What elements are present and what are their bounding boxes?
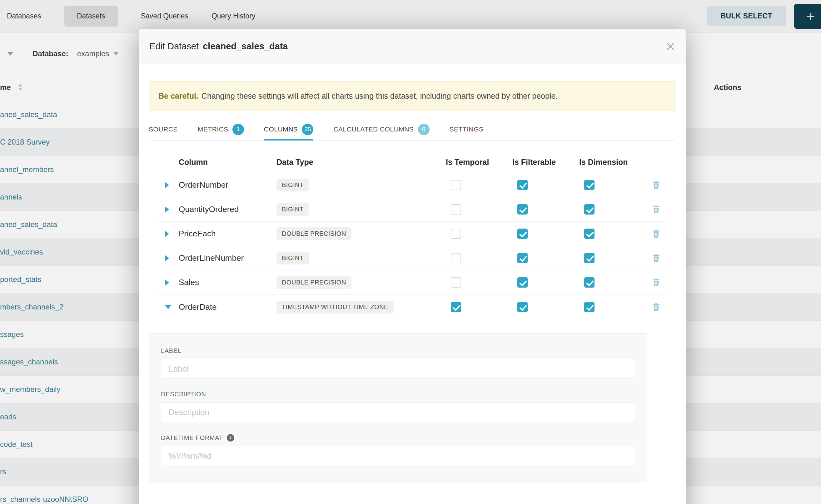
is-temporal-checkbox[interactable] xyxy=(451,204,461,215)
columns-table-header: Column Data Type Is Temporal Is Filterab… xyxy=(159,152,667,173)
header-data-type: Data Type xyxy=(276,158,446,167)
data-type-cell: BIGINT xyxy=(276,252,446,264)
is-filterable-checkbox-cell xyxy=(512,277,579,288)
delete-icon[interactable] xyxy=(651,302,661,312)
tab-metrics[interactable]: METRICS1 xyxy=(198,119,244,141)
is-dimension-checkbox-cell xyxy=(579,204,645,215)
column-name: OrderLineNumber xyxy=(179,253,276,263)
delete-icon[interactable] xyxy=(651,205,661,214)
description-input[interactable] xyxy=(161,402,635,422)
is-temporal-checkbox-cell xyxy=(446,204,512,215)
is-dimension-checkbox-cell xyxy=(579,229,645,239)
label-input[interactable] xyxy=(161,359,635,379)
is-temporal-checkbox[interactable] xyxy=(451,253,461,263)
warning-banner-bold: Be careful. xyxy=(158,91,198,101)
datetime-format-field-label: DATETIME FORMAT xyxy=(161,434,635,442)
delete-icon[interactable] xyxy=(651,253,661,263)
expand-toggle[interactable] xyxy=(165,231,179,237)
caret-right-icon xyxy=(165,182,169,188)
data-type-pill: BIGINT xyxy=(276,203,309,216)
data-type-pill: TIMESTAMP WITHOUT TIME ZONE xyxy=(276,301,393,314)
is-temporal-checkbox[interactable] xyxy=(451,180,461,190)
is-dimension-checkbox[interactable] xyxy=(584,229,595,239)
is-dimension-checkbox[interactable] xyxy=(584,277,595,288)
is-filterable-checkbox-cell xyxy=(512,302,579,312)
info-icon[interactable] xyxy=(227,434,234,442)
description-field: DESCRIPTION xyxy=(161,391,635,422)
is-filterable-checkbox[interactable] xyxy=(517,253,528,263)
expand-toggle[interactable] xyxy=(165,279,179,286)
tab-count-badge: 1 xyxy=(232,124,244,135)
is-filterable-checkbox-cell xyxy=(512,253,579,263)
is-dimension-checkbox[interactable] xyxy=(584,204,595,215)
warning-banner: Be careful. Changing these settings will… xyxy=(149,81,676,111)
column-row: OrderLineNumberBIGINT xyxy=(159,246,667,270)
delete-cell xyxy=(645,253,667,263)
label-field: LABEL xyxy=(161,347,635,379)
tab-source[interactable]: SOURCE xyxy=(149,119,178,141)
tab-settings[interactable]: SETTINGS xyxy=(450,119,484,141)
tab-columns[interactable]: COLUMNS25 xyxy=(264,119,314,141)
tab-calculated-columns[interactable]: CALCULATED COLUMNS0 xyxy=(333,119,429,141)
tab-label: METRICS xyxy=(198,126,228,133)
column-row: OrderDateTIMESTAMP WITHOUT TIME ZONE xyxy=(159,295,667,319)
is-filterable-checkbox-cell xyxy=(512,180,579,190)
data-type-cell: TIMESTAMP WITHOUT TIME ZONE xyxy=(276,301,446,314)
tab-count-badge: 0 xyxy=(418,124,430,135)
datetime-format-input[interactable] xyxy=(161,446,635,466)
close-icon[interactable] xyxy=(665,42,675,52)
caret-right-icon xyxy=(165,231,169,237)
tab-count-badge: 25 xyxy=(302,124,313,135)
delete-icon[interactable] xyxy=(651,180,661,190)
is-filterable-checkbox[interactable] xyxy=(517,180,528,190)
expand-toggle[interactable] xyxy=(165,182,179,188)
column-row: OrderNumberBIGINT xyxy=(159,173,667,197)
data-type-cell: BIGINT xyxy=(276,203,446,216)
modal-title-dataset-name: cleaned_sales_data xyxy=(203,41,288,52)
is-dimension-checkbox[interactable] xyxy=(584,253,595,263)
delete-cell xyxy=(645,278,667,287)
is-dimension-checkbox[interactable] xyxy=(584,302,595,312)
tab-label: COLUMNS xyxy=(264,126,298,133)
caret-right-icon xyxy=(165,279,169,286)
column-name: OrderNumber xyxy=(179,180,276,190)
is-dimension-checkbox-cell xyxy=(579,302,645,312)
is-dimension-checkbox-cell xyxy=(579,277,645,288)
caret-right-icon xyxy=(165,206,169,213)
is-temporal-checkbox[interactable] xyxy=(451,277,461,288)
delete-icon[interactable] xyxy=(651,278,661,287)
header-is-temporal: Is Temporal xyxy=(446,158,512,167)
data-type-pill: BIGINT xyxy=(276,179,309,191)
column-row: SalesDOUBLE PRECISION xyxy=(159,270,667,295)
is-filterable-checkbox[interactable] xyxy=(517,302,528,312)
delete-cell xyxy=(645,205,667,214)
is-filterable-checkbox[interactable] xyxy=(517,204,528,215)
is-dimension-checkbox-cell xyxy=(579,253,645,263)
modal-title: Edit Dataset cleaned_sales_data xyxy=(149,41,288,52)
expand-toggle[interactable] xyxy=(165,305,179,309)
is-filterable-checkbox[interactable] xyxy=(517,277,528,288)
is-temporal-checkbox[interactable] xyxy=(451,229,461,239)
caret-down-icon xyxy=(165,305,171,309)
caret-right-icon xyxy=(165,255,169,261)
column-detail-panel: LABEL DESCRIPTION DATETIME FORMAT xyxy=(149,333,647,482)
is-filterable-checkbox-cell xyxy=(512,229,579,239)
is-dimension-checkbox-cell xyxy=(579,180,645,190)
label-field-label: LABEL xyxy=(161,347,635,354)
description-field-label: DESCRIPTION xyxy=(161,391,635,398)
is-filterable-checkbox[interactable] xyxy=(517,229,528,239)
is-temporal-checkbox[interactable] xyxy=(451,302,461,312)
data-type-pill: DOUBLE PRECISION xyxy=(276,276,351,289)
expand-toggle[interactable] xyxy=(165,255,179,261)
is-temporal-checkbox-cell xyxy=(446,253,512,263)
header-is-dimension: Is Dimension xyxy=(579,158,645,167)
is-dimension-checkbox[interactable] xyxy=(584,180,595,190)
delete-icon[interactable] xyxy=(651,229,661,239)
data-type-cell: DOUBLE PRECISION xyxy=(276,227,446,240)
expand-toggle[interactable] xyxy=(165,206,179,213)
columns-table: Column Data Type Is Temporal Is Filterab… xyxy=(159,152,667,319)
delete-cell xyxy=(645,229,667,239)
edit-dataset-modal: Edit Dataset cleaned_sales_data Be caref… xyxy=(139,29,686,504)
is-temporal-checkbox-cell xyxy=(446,302,512,312)
tab-label: CALCULATED COLUMNS xyxy=(333,126,414,133)
